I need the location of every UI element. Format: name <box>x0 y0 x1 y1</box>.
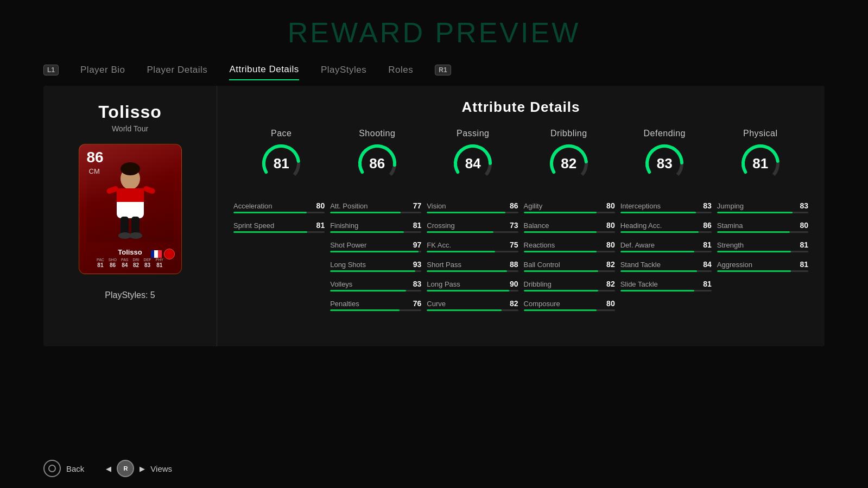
attr-bar-fill-3-3 <box>524 270 599 272</box>
card-flags <box>151 249 175 259</box>
attr-bar-bg-4-0 <box>620 212 712 213</box>
attr-row-2-1: Crossing73 <box>427 221 518 233</box>
attr-row-1-4: Volleys83 <box>330 280 421 291</box>
category-defending: Defending 83 <box>643 129 686 185</box>
attr-bar-fill-5-3 <box>717 270 791 272</box>
attr-bar-fill-1-2 <box>330 251 419 252</box>
attr-name-3-0: Agility <box>524 202 543 210</box>
attr-row-5-0: Jumping83 <box>717 201 808 213</box>
attr-row-0-0: Acceleration80 <box>233 201 325 213</box>
attr-bar-bg-2-3 <box>427 270 518 272</box>
attr-name-0-1: Sprint Speed <box>233 221 274 230</box>
attr-value-2-1: 73 <box>510 221 518 230</box>
attr-bar-fill-2-4 <box>427 290 509 291</box>
attr-value-1-2: 97 <box>413 240 422 249</box>
attr-column-3: Agility80Balance80Reactions80Ball Contro… <box>524 201 615 311</box>
attr-bar-bg-1-2 <box>330 251 421 252</box>
attr-bar-fill-5-2 <box>717 251 791 252</box>
attr-value-1-5: 76 <box>413 299 422 308</box>
attr-name-1-3: Long Shots <box>330 261 366 269</box>
attr-row-3-1: Balance80 <box>524 221 615 233</box>
category-shooting-label: Shooting <box>359 129 395 138</box>
right-panel: Attribute Details Pace 81 Shooting <box>217 86 825 346</box>
playstyles-text: PlayStyles: 5 <box>105 290 155 300</box>
attr-name-3-4: Dribbling <box>524 280 552 288</box>
attr-bar-fill-3-0 <box>524 212 597 213</box>
card-stat-sho: SHO 86 <box>109 258 117 268</box>
category-shooting-value: 86 <box>369 155 385 172</box>
svg-rect-2 <box>117 188 144 202</box>
attr-row-5-3: Aggression81 <box>717 260 808 272</box>
attr-row-3-2: Reactions80 <box>524 240 615 252</box>
attr-name-1-5: Penalties <box>330 300 359 308</box>
attr-bar-bg-1-0 <box>330 212 421 213</box>
attr-bar-fill-4-2 <box>620 251 694 252</box>
attr-name-2-5: Curve <box>427 300 446 308</box>
player-name: Tolisso <box>98 102 162 122</box>
attr-row-1-1: Finishing81 <box>330 221 421 233</box>
attr-row-4-3: Stand Tackle84 <box>620 260 712 272</box>
attr-bar-bg-4-3 <box>620 270 712 272</box>
attr-bar-fill-1-0 <box>330 212 400 213</box>
attr-row-2-0: Vision86 <box>427 201 518 213</box>
attr-row-4-1: Heading Acc.86 <box>620 221 712 233</box>
back-button-icon[interactable] <box>43 460 61 477</box>
page-title: Reward Preview <box>0 0 868 60</box>
category-passing-label: Passing <box>457 129 489 138</box>
attr-value-2-4: 90 <box>510 280 518 288</box>
main-content: Tolisso World Tour 86 CM <box>43 86 825 346</box>
attr-bar-bg-3-3 <box>524 270 615 272</box>
attr-bar-bg-5-0 <box>717 212 808 213</box>
attr-bar-bg-2-4 <box>427 290 518 291</box>
attr-value-5-0: 83 <box>800 201 808 210</box>
attr-value-3-5: 80 <box>606 299 615 308</box>
attr-row-3-3: Ball Control82 <box>524 260 615 272</box>
card-player-image <box>87 150 174 242</box>
attr-value-3-2: 80 <box>606 240 615 249</box>
tab-attribute-details[interactable]: Attribute Details <box>229 60 299 80</box>
attr-name-5-3: Aggression <box>717 261 752 269</box>
svg-point-8 <box>129 232 142 239</box>
svg-point-9 <box>121 162 140 175</box>
attr-name-4-3: Stand Tackle <box>620 261 661 269</box>
attr-value-4-1: 86 <box>703 221 712 230</box>
attr-name-0-0: Acceleration <box>233 202 273 210</box>
attr-bar-fill-4-3 <box>620 270 697 272</box>
attr-row-1-2: Shot Power97 <box>330 240 421 252</box>
nav-tabs: L1 Player Bio Player Details Attribute D… <box>0 60 868 80</box>
attr-name-4-4: Slide Tackle <box>620 280 658 288</box>
category-dribbling-ring: 82 <box>547 142 591 185</box>
attr-name-3-5: Composure <box>524 300 560 308</box>
attr-bar-fill-3-1 <box>524 231 597 233</box>
tab-roles[interactable]: Roles <box>388 60 413 80</box>
categories-row: Pace 81 Shooting 86 <box>233 129 808 185</box>
attr-row-0-1: Sprint Speed81 <box>233 221 325 233</box>
category-defending-ring: 83 <box>643 142 686 185</box>
attr-row-3-4: Dribbling82 <box>524 280 615 291</box>
attr-bar-bg-1-4 <box>330 290 421 291</box>
tab-player-details[interactable]: Player Details <box>147 60 208 80</box>
attr-value-2-5: 82 <box>510 299 518 308</box>
attr-bar-fill-3-2 <box>524 251 597 252</box>
category-passing-ring: 84 <box>451 142 495 185</box>
attr-name-2-2: FK Acc. <box>427 241 451 249</box>
back-control[interactable]: Back <box>43 460 84 477</box>
tab-playstyles[interactable]: PlayStyles <box>321 60 366 80</box>
tab-player-bio[interactable]: Player Bio <box>80 60 125 80</box>
attr-value-2-0: 86 <box>510 201 518 210</box>
attr-bar-bg-4-4 <box>620 290 712 291</box>
attr-name-4-1: Heading Acc. <box>620 221 662 230</box>
attr-row-1-5: Penalties76 <box>330 299 421 311</box>
attr-bar-bg-1-3 <box>330 270 421 272</box>
attr-name-2-0: Vision <box>427 202 446 210</box>
attr-name-5-1: Stamina <box>717 221 743 230</box>
back-label: Back <box>66 464 84 473</box>
attr-bar-bg-1-1 <box>330 231 421 233</box>
category-pace: Pace 81 <box>259 129 303 185</box>
attr-row-5-1: Stamina80 <box>717 221 808 233</box>
category-shooting-ring: 86 <box>356 142 399 185</box>
views-button-icon[interactable]: R <box>117 460 134 477</box>
attr-value-5-2: 81 <box>800 240 808 249</box>
category-passing: Passing 84 <box>451 129 495 185</box>
views-control[interactable]: ◀ R ▶ Views <box>106 460 172 477</box>
